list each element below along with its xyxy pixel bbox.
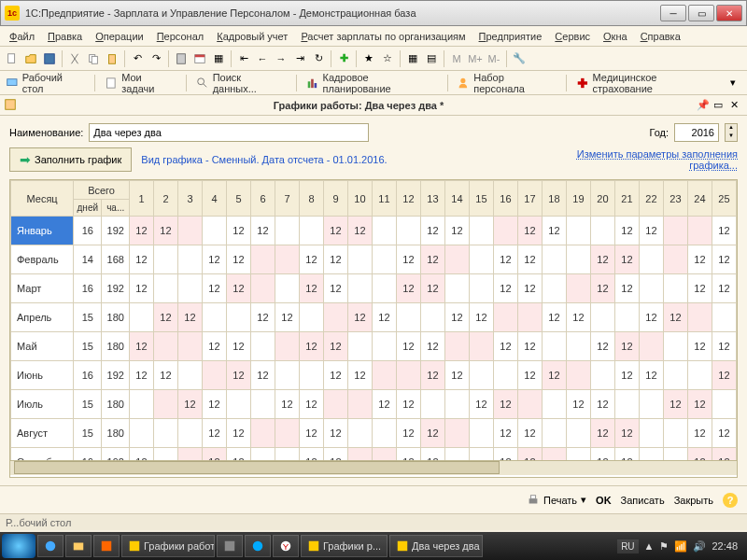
day-cell[interactable]: 12 (396, 448, 420, 461)
day-cell[interactable]: 12 (202, 448, 226, 461)
day-cell[interactable] (614, 390, 639, 419)
hours-cell[interactable]: 180 (102, 390, 130, 419)
taskbar-item-1[interactable] (93, 535, 120, 557)
planning-button[interactable]: Кадровое планирование (306, 72, 438, 94)
day-cell[interactable]: 12 (517, 217, 542, 245)
print-button[interactable]: Печать ▾ (527, 494, 586, 507)
day-cell[interactable] (396, 303, 420, 332)
day-cell[interactable] (712, 390, 736, 419)
day-cell[interactable]: 12 (420, 361, 444, 390)
day-cell[interactable] (663, 245, 687, 274)
day-cell[interactable]: 12 (444, 217, 469, 245)
fav2-icon[interactable]: ☆ (379, 50, 396, 67)
day-cell[interactable]: 12 (712, 419, 736, 448)
day-cell[interactable]: 12 (129, 217, 153, 245)
calc-icon[interactable] (173, 50, 190, 67)
menu-файл[interactable]: Файл (4, 29, 40, 44)
day-cell[interactable]: 12 (614, 332, 639, 361)
day-cell[interactable]: 12 (614, 217, 639, 245)
day-cell[interactable] (275, 332, 299, 361)
nav4-icon[interactable]: ⇥ (291, 50, 308, 67)
day-cell[interactable] (129, 390, 153, 419)
day-cell[interactable] (493, 217, 517, 245)
day-cell[interactable]: 12 (590, 390, 614, 419)
day-cell[interactable]: 12 (590, 448, 614, 461)
day-cell[interactable]: 12 (347, 303, 372, 332)
day-cell[interactable]: 12 (687, 448, 712, 461)
day-cell[interactable] (153, 245, 177, 274)
day-cell[interactable] (153, 448, 177, 461)
day-cell[interactable] (372, 419, 396, 448)
menu-предприятие[interactable]: Предприятие (473, 29, 548, 44)
day-cell[interactable] (226, 390, 250, 419)
cut-icon[interactable] (66, 50, 83, 67)
day-cell[interactable]: 12 (226, 217, 250, 245)
flag-icon[interactable]: ⚑ (659, 540, 669, 553)
day-cell[interactable]: 12 (323, 448, 347, 461)
table-row[interactable]: Май1518012121212121212121212121212 (11, 332, 737, 361)
save-button[interactable]: Записать (621, 495, 665, 506)
day-cell[interactable]: 12 (420, 419, 444, 448)
day-cell[interactable]: 12 (347, 361, 372, 390)
insurance-button[interactable]: Медицинское страхование (576, 72, 718, 94)
day-cell[interactable] (590, 217, 614, 245)
bottom-tab-label[interactable]: Р...бочий стол (6, 517, 71, 528)
day-cell[interactable] (250, 419, 275, 448)
day-cell[interactable]: 12 (566, 303, 590, 332)
day-cell[interactable]: 12 (299, 245, 323, 274)
day-cell[interactable]: 12 (517, 361, 542, 390)
day-cell[interactable]: 12 (129, 448, 153, 461)
day-cell[interactable]: 12 (396, 332, 420, 361)
language-indicator[interactable]: RU (617, 539, 638, 553)
day-cell[interactable] (566, 419, 590, 448)
horizontal-scrollbar[interactable] (10, 460, 737, 475)
day-cell[interactable] (639, 332, 663, 361)
day-cell[interactable] (542, 419, 566, 448)
doc-icon[interactable]: ▦ (210, 50, 227, 67)
day-cell[interactable]: 12 (614, 274, 639, 303)
day-cell[interactable] (250, 332, 275, 361)
day-cell[interactable]: 12 (712, 332, 736, 361)
day-cell[interactable] (493, 303, 517, 332)
month-cell[interactable]: Март (11, 274, 74, 303)
day-cell[interactable] (177, 419, 202, 448)
day-cell[interactable]: 12 (469, 390, 493, 419)
day-cell[interactable]: 12 (299, 332, 323, 361)
day-cell[interactable]: 12 (493, 390, 517, 419)
days-cell[interactable]: 16 (74, 217, 102, 245)
day-cell[interactable] (493, 361, 517, 390)
day-cell[interactable]: 12 (687, 419, 712, 448)
day-cell[interactable]: 12 (687, 274, 712, 303)
day-cell[interactable]: 12 (202, 245, 226, 274)
day-cell[interactable]: 12 (177, 390, 202, 419)
day-cell[interactable]: 12 (323, 361, 347, 390)
day-cell[interactable] (444, 245, 469, 274)
menu-персонал[interactable]: Персонал (151, 29, 210, 44)
day-cell[interactable]: 12 (347, 217, 372, 245)
day-cell[interactable]: 12 (687, 332, 712, 361)
day-cell[interactable]: 12 (566, 390, 590, 419)
day-cell[interactable] (129, 419, 153, 448)
year-input[interactable] (674, 123, 719, 142)
days-cell[interactable]: 16 (74, 274, 102, 303)
day-cell[interactable]: 12 (614, 245, 639, 274)
day-cell[interactable] (517, 303, 542, 332)
day-cell[interactable]: 12 (420, 245, 444, 274)
fill-schedule-button[interactable]: ➡ Заполнить график (9, 147, 132, 172)
clock[interactable]: 22:48 (712, 540, 738, 552)
day-cell[interactable] (202, 217, 226, 245)
day-cell[interactable]: 12 (226, 448, 250, 461)
day-cell[interactable] (372, 274, 396, 303)
network-icon[interactable]: 📶 (674, 540, 687, 553)
day-cell[interactable] (275, 245, 299, 274)
day-cell[interactable] (226, 303, 250, 332)
pin-icon[interactable]: 📌 (697, 99, 710, 112)
day-cell[interactable]: 12 (590, 245, 614, 274)
day-cell[interactable]: 12 (250, 217, 275, 245)
grid-scroll[interactable]: МесяцВсего123456789101112131415161718192… (10, 180, 737, 460)
m-icon[interactable]: M (448, 50, 465, 67)
day-cell[interactable]: 12 (712, 274, 736, 303)
day-cell[interactable] (420, 390, 444, 419)
day-cell[interactable]: 12 (323, 274, 347, 303)
day-cell[interactable] (299, 303, 323, 332)
